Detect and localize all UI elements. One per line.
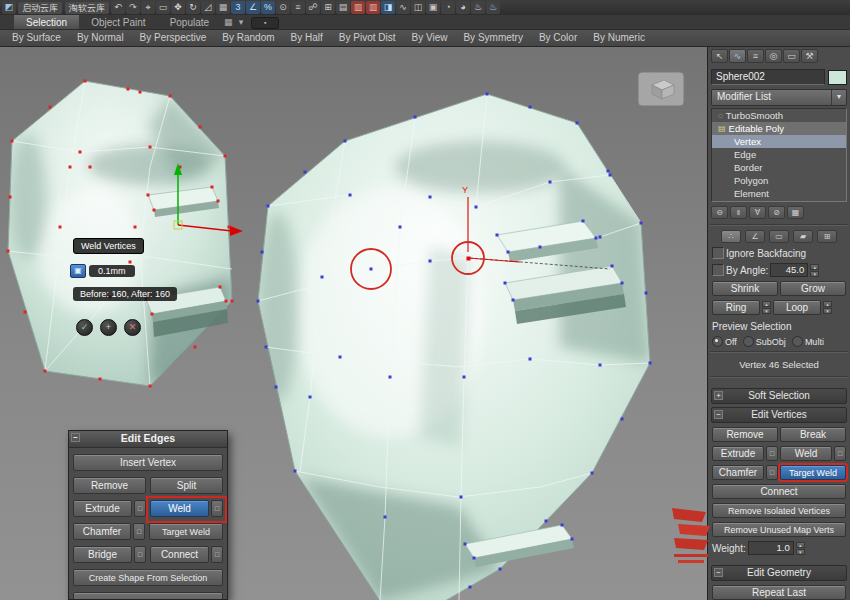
ignore-backfacing-checkbox[interactable] [712, 247, 724, 259]
preview-off-radio[interactable] [712, 336, 723, 347]
toolbar-plugin-label[interactable]: 启动云库 [18, 2, 62, 14]
make-unique-icon[interactable]: ∀ [749, 206, 766, 219]
remove-button[interactable]: Remove [712, 427, 778, 442]
create-tab-icon[interactable]: ↖ [711, 49, 728, 63]
edit-edges-dialog[interactable]: − Edit Edges Insert Vertex Remove Split … [68, 430, 228, 600]
remove-edge-button[interactable]: Remove [73, 477, 146, 494]
ribbon-minimize-button[interactable]: ▪ [251, 17, 279, 29]
repeat-last-button[interactable]: Repeat Last [712, 585, 846, 600]
break-button[interactable]: Break [780, 427, 846, 442]
stack-item-turbosmooth[interactable]: ◌TurboSmooth [712, 109, 846, 122]
subobject-element-icon[interactable]: ⊞ [817, 230, 837, 243]
select-rotate-icon[interactable]: ↻ [186, 1, 200, 14]
select-region-icon[interactable]: ▭ [156, 1, 170, 14]
ribbon-tab-selection[interactable]: Selection [14, 15, 79, 29]
connect-edge-settings-icon[interactable]: □ [211, 546, 223, 563]
edit-vertices-rollout[interactable]: − Edit Vertices [711, 407, 847, 423]
expand-icon[interactable]: + [714, 391, 723, 400]
configure-sets-icon[interactable]: ▦ [787, 206, 804, 219]
weld-threshold-icon[interactable]: ▣ [70, 264, 86, 278]
shrink-button[interactable]: Shrink [712, 281, 778, 296]
chamfer-button[interactable]: Chamfer [712, 465, 764, 480]
render-iterative-icon[interactable]: ♨ [486, 1, 500, 14]
percent-snap-icon[interactable]: % [261, 1, 275, 14]
display-tab-icon[interactable]: ▭ [783, 49, 800, 63]
grow-button[interactable]: Grow [780, 281, 846, 296]
ribbon-button-by-pivot-dist[interactable]: By Pivot Dist [331, 30, 404, 46]
collapse-icon[interactable]: − [714, 410, 723, 419]
undo-icon[interactable]: ↶ [111, 1, 125, 14]
subobject-polygon-icon[interactable]: ▰ [793, 230, 813, 243]
motion-tab-icon[interactable]: ◎ [765, 49, 782, 63]
bridge-settings-icon[interactable]: □ [134, 546, 146, 563]
soft-selection-rollout[interactable]: + Soft Selection [711, 388, 847, 404]
ribbon-button-by-perspective[interactable]: By Perspective [132, 30, 215, 46]
bridge-button[interactable]: Bridge [73, 546, 132, 563]
chamfer-edge-button[interactable]: Chamfer [73, 523, 131, 540]
ribbon-button-by-half[interactable]: By Half [283, 30, 331, 46]
toolbar-plugin-label[interactable]: 淘软云库 [65, 2, 109, 14]
weld-edge-button[interactable]: Weld [150, 500, 209, 517]
weld-settings-icon[interactable]: □ [834, 446, 846, 461]
ribbon-button-by-random[interactable]: By Random [214, 30, 282, 46]
app-icon[interactable]: ◩ [2, 1, 16, 14]
edit-edges-titlebar[interactable]: − Edit Edges [69, 431, 227, 448]
stack-item-border[interactable]: Border [712, 161, 846, 174]
edit-geometry-rollout[interactable]: − Edit Geometry [711, 565, 847, 581]
ring-button[interactable]: Ring [712, 300, 760, 315]
snap-toggle-icon[interactable]: 3 [231, 1, 245, 14]
show-end-result-icon[interactable]: ‖ [730, 206, 747, 219]
stack-item-editable-poly[interactable]: ▤Editable Poly [712, 122, 846, 135]
connect-button[interactable]: Connect [712, 484, 846, 499]
utilities-tab-icon[interactable]: ⚒ [801, 49, 818, 63]
ribbon-button-by-normal[interactable]: By Normal [69, 30, 132, 46]
plugin-red-icon-2[interactable]: ▥ [366, 1, 380, 14]
scene-widget-button[interactable] [638, 72, 684, 106]
weld-button[interactable]: Weld [780, 446, 832, 461]
material-editor-icon[interactable]: ▣ [426, 1, 440, 14]
collapse-icon[interactable]: − [714, 568, 723, 577]
modifier-list-dropdown[interactable]: Modifier List ▼ [711, 89, 847, 106]
extrude-settings-icon[interactable]: □ [766, 446, 778, 461]
target-vertex[interactable] [467, 257, 471, 261]
layer-manager-icon[interactable]: ▤ [336, 1, 350, 14]
weight-spinner[interactable]: ▴▾ [796, 542, 805, 555]
by-angle-spinner[interactable]: ▴▾ [810, 264, 819, 277]
ribbon-button-by-view[interactable]: By View [403, 30, 455, 46]
object-name-field[interactable]: Sphere002 [711, 69, 825, 85]
rendered-frame-icon[interactable]: ◕ [456, 1, 470, 14]
modify-tab-icon[interactable]: ∿ [729, 49, 746, 63]
subobject-border-icon[interactable]: ▭ [769, 230, 789, 243]
mirror-icon[interactable]: ☍ [306, 1, 320, 14]
caddy-apply-button[interactable]: + [100, 319, 117, 336]
ring-spinner[interactable]: ▴▾ [762, 301, 771, 314]
subobject-edge-icon[interactable]: ∠ [745, 230, 765, 243]
main-mesh[interactable]: Y [257, 93, 652, 600]
create-shape-button[interactable]: Create Shape From Selection [73, 569, 223, 586]
target-weld-button[interactable]: Target Weld [780, 465, 846, 480]
subobject-vertex-icon[interactable]: ∴ [721, 230, 741, 243]
preview-multi-radio[interactable] [792, 336, 803, 347]
chamfer-settings-icon[interactable]: □ [766, 465, 778, 480]
connect-edge-button[interactable]: Connect [150, 546, 209, 563]
extrude-edge-button[interactable]: Extrude [73, 500, 132, 517]
left-mesh[interactable] [7, 80, 244, 388]
ribbon-button-by-color[interactable]: By Color [531, 30, 585, 46]
weight-value[interactable]: 1.0 [748, 541, 794, 555]
extrude-edge-settings-icon[interactable]: □ [134, 500, 146, 517]
caddy-cancel-button[interactable]: ✕ [124, 319, 141, 336]
stack-item-element[interactable]: Element [712, 187, 846, 200]
reference-coordinate-icon[interactable]: ▦ [216, 1, 230, 14]
remove-unused-map-verts-button[interactable]: Remove Unused Map Verts [712, 522, 846, 537]
angle-snap-icon[interactable]: ∠ [246, 1, 260, 14]
ribbon-tab-populate[interactable]: Populate [158, 15, 221, 29]
caddy-ok-button[interactable]: ✓ [76, 319, 93, 336]
split-button[interactable]: Split [150, 477, 223, 494]
ribbon-button-by-symmetry[interactable]: By Symmetry [455, 30, 530, 46]
pin-stack-icon[interactable]: ⊖ [711, 206, 728, 219]
insert-vertex-button[interactable]: Insert Vertex [73, 454, 223, 471]
preview-subobj-radio[interactable] [743, 336, 754, 347]
stack-item-edge[interactable]: Edge [712, 148, 846, 161]
collapse-icon[interactable]: − [71, 433, 80, 442]
render-setup-icon[interactable]: ◔ [441, 1, 455, 14]
